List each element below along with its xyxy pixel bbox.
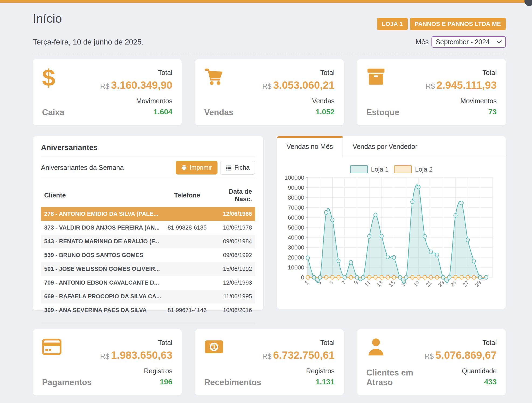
legend-swatch bbox=[394, 165, 412, 173]
stat-card-recebimentos: 1 Recebimentos Total R$6.732.750,61 Regi… bbox=[195, 329, 344, 395]
table-row[interactable]: 373 - VALDIR DOS ANJOS PEREIRA (AN...81 … bbox=[41, 221, 255, 235]
count-value: 1.131 bbox=[316, 378, 334, 386]
stat-card-vendas: Vendas Total R$3.053.060,21 Vendas 1.052 bbox=[195, 59, 344, 125]
svg-text:29: 29 bbox=[474, 279, 482, 288]
svg-text:5: 5 bbox=[328, 279, 335, 286]
top-accent-bar bbox=[0, 0, 532, 3]
page-title: Início bbox=[33, 12, 62, 25]
tab-filler bbox=[427, 136, 506, 157]
svg-text:20000: 20000 bbox=[288, 254, 304, 261]
total-amount: R$5.076.869,67 bbox=[424, 349, 497, 361]
col-data-nasc: Data de Nasc. bbox=[210, 185, 255, 207]
stat-card-estoque: Estoque Total R$2.945.111,93 Movimentos … bbox=[357, 59, 506, 125]
card-label: Caixa bbox=[42, 108, 64, 117]
birthdays-subtitle: Aniversariantes da Semana bbox=[41, 164, 124, 172]
card-label: Pagamentos bbox=[42, 378, 92, 387]
svg-text:10000: 10000 bbox=[288, 264, 304, 271]
legend-item-loja-1[interactable]: Loja 1 bbox=[350, 165, 389, 173]
card-label: Vendas bbox=[204, 108, 234, 117]
table-row[interactable]: 539 - BRUNO DOS SANTOS GOMES09/06/1992 bbox=[41, 248, 255, 262]
list-icon bbox=[226, 165, 232, 171]
svg-text:9: 9 bbox=[353, 279, 359, 286]
count-value: 196 bbox=[160, 378, 172, 386]
svg-text:50000: 50000 bbox=[288, 224, 304, 231]
month-label: Mês bbox=[416, 38, 429, 46]
total-label: Total bbox=[482, 339, 497, 347]
user-avatar[interactable] bbox=[524, 0, 532, 6]
count-value: 1.052 bbox=[316, 108, 334, 116]
tab-vendas-por-vendedor[interactable]: Vendas por Vendedor bbox=[343, 136, 427, 157]
svg-text:0: 0 bbox=[301, 274, 304, 281]
birthdays-title: Aniversariantes bbox=[41, 143, 255, 152]
total-amount: R$3.160.349,90 bbox=[100, 79, 172, 91]
birthdays-table: Cliente Telefone Data de Nasc. 278 - ANT… bbox=[41, 185, 255, 317]
chart-legend: Loja 1Loja 2 bbox=[282, 165, 500, 173]
svg-text:70000: 70000 bbox=[288, 204, 304, 211]
svg-text:90000: 90000 bbox=[288, 184, 304, 191]
month-select-value: September - 2024 bbox=[436, 38, 490, 46]
count-label: Quantidade bbox=[462, 367, 497, 375]
total-label: Total bbox=[320, 69, 335, 77]
count-value: 73 bbox=[488, 108, 497, 116]
ficha-button[interactable]: Ficha bbox=[220, 161, 255, 175]
dollar-icon: $ bbox=[42, 67, 64, 92]
stat-card-clientes-atraso: Clientes em Atraso Total R$5.076.869,67 … bbox=[357, 329, 506, 395]
horizontal-scrollbar[interactable] bbox=[41, 322, 255, 325]
svg-text:11: 11 bbox=[363, 279, 371, 288]
count-label: Movimentos bbox=[460, 97, 497, 105]
legend-swatch bbox=[350, 165, 368, 173]
svg-text:1: 1 bbox=[303, 279, 310, 286]
chart-tabs: Vendas no Mês Vendas por Vendedor bbox=[277, 136, 506, 157]
count-label: Vendas bbox=[312, 97, 334, 105]
count-label: Registros bbox=[306, 367, 335, 375]
total-amount: R$3.053.060,21 bbox=[262, 79, 334, 91]
user-icon bbox=[366, 337, 424, 362]
table-row[interactable]: 669 - RAFAELA PROCOPIO DA SILVA CA...11/… bbox=[41, 290, 255, 303]
svg-text:40000: 40000 bbox=[288, 234, 304, 241]
svg-text:15: 15 bbox=[388, 279, 396, 288]
table-row[interactable]: 543 - RENATO MARINHO DE ARAUJO (F...09/0… bbox=[41, 235, 255, 248]
top-stat-cards: $ Caixa Total R$3.160.349,90 Movimentos … bbox=[33, 59, 506, 125]
stat-card-caixa: $ Caixa Total R$3.160.349,90 Movimentos … bbox=[33, 59, 182, 125]
current-date: Terça-feira, 10 de junho de 2025. bbox=[33, 38, 144, 46]
total-label: Total bbox=[158, 69, 172, 77]
printer-icon bbox=[181, 165, 187, 171]
month-select[interactable]: September - 2024 bbox=[431, 36, 506, 48]
sales-area-chart: 0100002000030000400005000060000700008000… bbox=[282, 173, 498, 302]
table-row[interactable]: 709 - ANTONIO EDSON CAVALCANTE D...12/06… bbox=[41, 276, 255, 290]
cart-icon bbox=[204, 67, 234, 92]
count-label: Registros bbox=[144, 367, 172, 375]
svg-text:7: 7 bbox=[340, 279, 347, 286]
total-label: Total bbox=[320, 339, 335, 347]
svg-text:1: 1 bbox=[212, 343, 216, 351]
total-amount: R$6.732.750,61 bbox=[262, 349, 334, 361]
table-row[interactable]: 501 - JOSE WELISSON GOMES OLIVEIR...15/0… bbox=[41, 262, 255, 276]
card-label: Clientes em Atraso bbox=[366, 368, 424, 387]
tab-vendas-no-mes[interactable]: Vendas no Mês bbox=[277, 136, 343, 157]
legend-item-loja-2[interactable]: Loja 2 bbox=[394, 165, 433, 173]
table-row[interactable]: 309 - ANA SEVERINA PAES DA SILVA81 99671… bbox=[41, 303, 255, 317]
store-button[interactable]: LOJA 1 bbox=[377, 18, 408, 30]
card-label: Recebimentos bbox=[204, 378, 261, 387]
svg-text:19: 19 bbox=[412, 279, 421, 288]
svg-text:27: 27 bbox=[461, 279, 470, 288]
count-label: Movimentos bbox=[136, 97, 172, 105]
total-label: Total bbox=[158, 339, 172, 347]
count-value: 433 bbox=[484, 378, 497, 386]
svg-text:23: 23 bbox=[437, 279, 445, 288]
chart-body: Loja 1Loja 2 010000200003000040000500006… bbox=[277, 157, 506, 303]
stat-card-pagamentos: Pagamentos Total R$1.983.650,63 Registro… bbox=[33, 329, 182, 395]
bottom-stat-cards: Pagamentos Total R$1.983.650,63 Registro… bbox=[33, 329, 506, 395]
sales-chart-panel: Vendas no Mês Vendas por Vendedor Loja 1… bbox=[277, 136, 506, 309]
svg-text:60000: 60000 bbox=[288, 214, 304, 221]
svg-text:21: 21 bbox=[424, 279, 433, 288]
chevron-down-icon bbox=[497, 40, 502, 44]
print-button[interactable]: Imprimir bbox=[176, 161, 217, 175]
company-button[interactable]: PANNOS E PANNOS LTDA ME bbox=[410, 18, 506, 30]
table-row-selected[interactable]: 278 - ANTONIO EMIDIO DA SILVA (PALE...12… bbox=[41, 207, 255, 221]
svg-text:25: 25 bbox=[449, 279, 458, 288]
svg-text:30000: 30000 bbox=[288, 244, 304, 251]
birthdays-panel: Aniversariantes Aniversariantes da Seman… bbox=[33, 136, 263, 310]
total-amount: R$1.983.650,63 bbox=[100, 349, 172, 361]
total-label: Total bbox=[482, 69, 497, 77]
